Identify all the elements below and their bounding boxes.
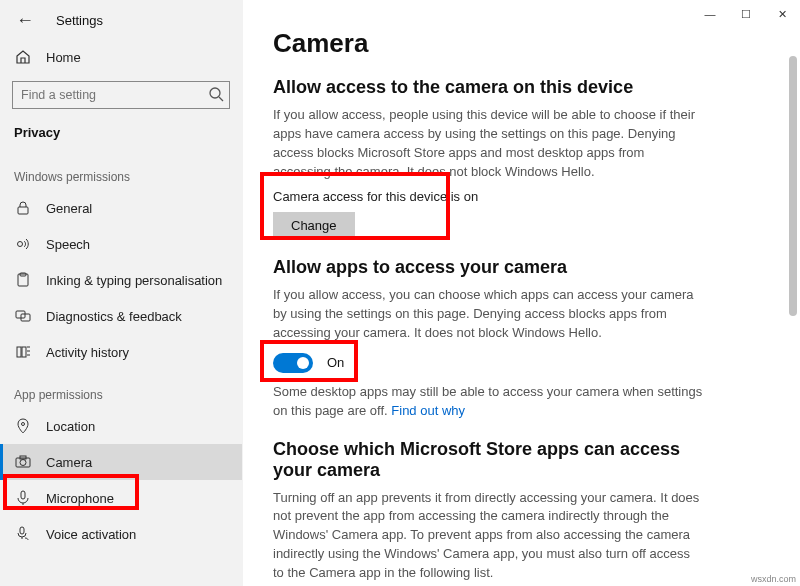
nav-label: Inking & typing personalisation (46, 273, 222, 288)
nav-camera[interactable]: Camera (0, 444, 242, 480)
search-input[interactable] (12, 81, 230, 109)
svg-point-0 (210, 88, 220, 98)
sidebar: ← Settings Home Privacy Windows permissi… (0, 0, 243, 586)
microphone-icon (14, 489, 32, 507)
svg-rect-8 (17, 347, 21, 357)
privacy-heading: Privacy (0, 117, 242, 148)
section-desc: If you allow access, you can choose whic… (273, 286, 703, 343)
voice-icon (14, 525, 32, 543)
nav-label: Activity history (46, 345, 129, 360)
find-out-why-link[interactable]: Find out why (391, 403, 465, 418)
nav-label: Voice activation (46, 527, 136, 542)
nav-label: Microphone (46, 491, 114, 506)
svg-rect-2 (18, 207, 28, 214)
section-note: Some desktop apps may still be able to a… (273, 383, 703, 421)
clipboard-icon (14, 271, 32, 289)
change-button[interactable]: Change (273, 212, 355, 239)
app-access-toggle[interactable] (273, 353, 313, 373)
svg-rect-18 (20, 527, 24, 534)
nav-label: Home (46, 50, 81, 65)
nav-activity[interactable]: Activity history (0, 334, 242, 370)
nav-speech[interactable]: Speech (0, 226, 242, 262)
lock-icon (14, 199, 32, 217)
nav-label: Location (46, 419, 95, 434)
back-button[interactable]: ← (12, 8, 38, 33)
device-access-status: Camera access for this device is on (273, 189, 770, 204)
nav-inking[interactable]: Inking & typing personalisation (0, 262, 242, 298)
section-windows-permissions: Windows permissions (0, 152, 242, 190)
svg-line-1 (219, 97, 223, 101)
home-nav[interactable]: Home (0, 39, 242, 75)
svg-rect-17 (21, 491, 25, 499)
app-title: Settings (56, 13, 103, 28)
speech-icon (14, 235, 32, 253)
watermark: wsxdn.com (751, 574, 796, 584)
nav-label: Speech (46, 237, 90, 252)
location-icon (14, 417, 32, 435)
search-icon (208, 86, 224, 102)
section-app-permissions: App permissions (0, 370, 242, 408)
nav-location[interactable]: Location (0, 408, 242, 444)
nav-label: Diagnostics & feedback (46, 309, 182, 324)
page-title: Camera (273, 28, 770, 59)
section-desc: Turning off an app prevents it from dire… (273, 489, 703, 583)
feedback-icon (14, 307, 32, 325)
svg-rect-9 (22, 347, 26, 357)
section-heading-store-apps: Choose which Microsoft Store apps can ac… (273, 439, 703, 481)
nav-voice-activation[interactable]: Voice activation (0, 516, 242, 552)
toggle-label: On (327, 355, 344, 370)
activity-icon (14, 343, 32, 361)
nav-label: Camera (46, 455, 92, 470)
svg-point-3 (18, 242, 23, 247)
home-icon (14, 48, 32, 66)
section-desc: If you allow access, people using this d… (273, 106, 703, 181)
nav-label: General (46, 201, 92, 216)
nav-general[interactable]: General (0, 190, 242, 226)
section-heading-app-access: Allow apps to access your camera (273, 257, 770, 278)
svg-point-15 (20, 460, 26, 466)
svg-point-13 (22, 423, 25, 426)
nav-microphone[interactable]: Microphone (0, 480, 242, 516)
section-heading-device-access: Allow access to the camera on this devic… (273, 77, 770, 98)
content-area: Camera Allow access to the camera on thi… (243, 0, 800, 586)
camera-icon (14, 453, 32, 471)
nav-diagnostics[interactable]: Diagnostics & feedback (0, 298, 242, 334)
scrollbar[interactable] (789, 56, 797, 316)
